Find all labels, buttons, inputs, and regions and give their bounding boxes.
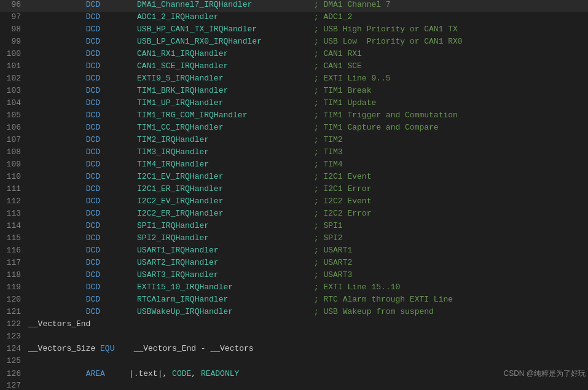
- comment: ; USART2: [309, 258, 352, 267]
- line-number: 116: [2, 246, 28, 255]
- comment: ; ADC1_2: [309, 12, 352, 21]
- code-line: 118 DCD USART3_IRQHandler ; USART3: [0, 270, 588, 283]
- operand: I2C2_ER_IRQHandler: [137, 209, 309, 218]
- operand: TIM3_IRQHandler: [137, 147, 309, 157]
- code-line: 125: [0, 356, 588, 369]
- line-number: 109: [2, 160, 28, 169]
- equ-operand: __Vectors_End - __Vectors: [114, 344, 253, 353]
- line-number: 115: [2, 233, 28, 243]
- vectors-end-label: __Vectors_End: [28, 319, 90, 329]
- instruction: DCD: [86, 258, 123, 267]
- line-number: 122: [2, 319, 28, 329]
- instruction: DCD: [86, 246, 123, 255]
- code-line: 105 DCD TIM1_TRG_COM_IRQHandler ; TIM1 T…: [0, 111, 588, 123]
- operand: TIM1_UP_IRQHandler: [137, 98, 309, 107]
- code-line: 106 DCD TIM1_CC_IRQHandler ; TIM1 Captur…: [0, 123, 588, 135]
- code-line: 100 DCD CAN1_RX1_IRQHandler ; CAN1 RX1: [0, 49, 588, 61]
- operand: I2C2_EV_IRQHandler: [137, 197, 309, 206]
- code-line: 97 DCD ADC1_2_IRQHandler ; ADC1_2: [0, 12, 588, 25]
- area-section: |.text|: [129, 369, 163, 378]
- comment: ; EXTI Line 9..5: [309, 74, 391, 83]
- instruction: DCD: [86, 61, 123, 71]
- comment: ; TIM2: [309, 135, 343, 144]
- instruction: DCD: [86, 123, 123, 132]
- line-number: 121: [2, 307, 28, 316]
- instruction: DCD: [86, 37, 123, 46]
- instruction: DCD: [86, 283, 123, 292]
- comment: ; TIM1 Break: [309, 86, 371, 95]
- instruction: DCD: [86, 270, 123, 279]
- code-line: 99 DCD USB_LP_CAN1_RX0_IRQHandler ; USB …: [0, 37, 588, 49]
- line-number: 98: [2, 25, 28, 34]
- code-container: 96 DCD DMA1_Channel7_IRQHandler ; DMA1 C…: [0, 0, 588, 390]
- code-line: 122__Vectors_End: [0, 319, 588, 332]
- code-line: 124__Vectors_Size EQU __Vectors_End - __…: [0, 344, 588, 356]
- comment: ; USB Low Priority or CAN1 RX0: [309, 37, 463, 46]
- area-code: CODE: [172, 369, 191, 378]
- comment: ; USART3: [309, 270, 352, 279]
- code-line: 113 DCD I2C2_ER_IRQHandler ; I2C2 Error: [0, 209, 588, 221]
- code-line: 103 DCD TIM1_BRK_IRQHandler ; TIM1 Break: [0, 86, 588, 98]
- line-number: 104: [2, 98, 28, 107]
- line-number: 105: [2, 111, 28, 120]
- comment: ; TIM1 Trigger and Commutation: [309, 111, 458, 120]
- operand: USART2_IRQHandler: [137, 258, 309, 267]
- comment: ; TIM1 Update: [309, 98, 376, 107]
- comment: ; SPI1: [309, 221, 343, 230]
- instruction: DCD: [86, 160, 123, 169]
- code-line: 112 DCD I2C2_EV_IRQHandler ; I2C2 Event: [0, 197, 588, 209]
- line-number: 108: [2, 147, 28, 157]
- area-keyword: AREA: [86, 369, 105, 378]
- line-number: 101: [2, 61, 28, 71]
- line-number: 126: [2, 369, 28, 378]
- comment: ; CAN1 SCE: [309, 61, 362, 71]
- code-line: 110 DCD I2C1_EV_IRQHandler ; I2C1 Event: [0, 172, 588, 184]
- code-line: 117 DCD USART2_IRQHandler ; USART2: [0, 258, 588, 270]
- comment: ; I2C2 Event: [309, 197, 371, 206]
- comment: ; USART1: [309, 246, 352, 255]
- operand: USBWakeUp_IRQHandler: [137, 307, 309, 316]
- line-number: 124: [2, 344, 28, 353]
- operand: DMA1_Channel7_IRQHandler: [137, 0, 309, 9]
- instruction: DCD: [86, 197, 123, 206]
- code-line: 107 DCD TIM2_IRQHandler ; TIM2: [0, 135, 588, 147]
- line-number: 100: [2, 49, 28, 58]
- line-number: 96: [2, 0, 28, 9]
- operand: ADC1_2_IRQHandler: [137, 12, 309, 21]
- code-line: 109 DCD TIM4_IRQHandler ; TIM4: [0, 160, 588, 172]
- code-line: 126 AREA |.text|, CODE, READONLYCSDN @纯粹…: [0, 369, 588, 381]
- code-line: 114 DCD SPI1_IRQHandler ; SPI1: [0, 221, 588, 233]
- code-line: 111 DCD I2C1_ER_IRQHandler ; I2C1 Error: [0, 184, 588, 197]
- operand: I2C1_ER_IRQHandler: [137, 184, 309, 193]
- code-line: 108 DCD TIM3_IRQHandler ; TIM3: [0, 147, 588, 160]
- operand: CAN1_RX1_IRQHandler: [137, 49, 309, 58]
- code-line: 102 DCD EXTI9_5_IRQHandler ; EXTI Line 9…: [0, 74, 588, 86]
- comment: ; CAN1 RX1: [309, 49, 362, 58]
- code-line: 127: [0, 381, 588, 390]
- line-number: 125: [2, 356, 28, 365]
- operand: USB_LP_CAN1_RX0_IRQHandler: [137, 37, 309, 46]
- operand: USB_HP_CAN1_TX_IRQHandler: [137, 25, 309, 34]
- line-number: 110: [2, 172, 28, 181]
- line-number: 120: [2, 295, 28, 304]
- comment: ; I2C2 Error: [309, 209, 371, 218]
- code-line: 120 DCD RTCAlarm_IRQHandler ; RTC Alarm …: [0, 295, 588, 307]
- line-number: 107: [2, 135, 28, 144]
- line-number: 117: [2, 258, 28, 267]
- equ-keyword: EQU: [100, 344, 114, 353]
- operand: USART3_IRQHandler: [137, 270, 309, 279]
- line-number: 106: [2, 123, 28, 132]
- line-number: 111: [2, 184, 28, 193]
- comment: ; TIM4: [309, 160, 343, 169]
- line-number: 113: [2, 209, 28, 218]
- line-number: 114: [2, 221, 28, 230]
- operand: EXTI9_5_IRQHandler: [137, 74, 309, 83]
- line-number: 102: [2, 74, 28, 83]
- comment: ; RTC Alarm through EXTI Line: [309, 295, 453, 304]
- line-number: 119: [2, 283, 28, 292]
- instruction: DCD: [86, 307, 123, 316]
- operand: I2C1_EV_IRQHandler: [137, 172, 309, 181]
- comment: ; USB Wakeup from suspend: [309, 307, 434, 316]
- comment: ; DMA1 Channel 7: [309, 0, 391, 9]
- instruction: DCD: [86, 111, 123, 120]
